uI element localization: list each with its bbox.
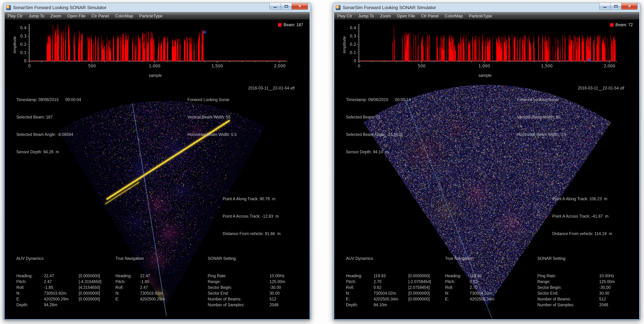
sensor-depth-text: Sensor Depth: 94.10 m	[346, 149, 411, 155]
point-a-across-track: Point A Across Track: -41.87 m	[552, 213, 612, 219]
legend-label: Beam: 72	[616, 23, 633, 27]
minimize-button[interactable]	[270, 3, 281, 10]
legend-color-swatch	[278, 23, 282, 27]
maximize-button[interactable]	[610, 3, 622, 10]
menu-item-ctr-panel[interactable]: Ctr Panel	[421, 14, 438, 19]
row-label: Heading:	[445, 273, 470, 279]
row-label: N:	[346, 290, 374, 296]
row-label: Roll:	[16, 285, 44, 290]
close-button[interactable]: ×	[621, 3, 638, 10]
menu-item-colormap[interactable]: ColorMap	[444, 14, 463, 19]
row-value: 119.93	[470, 273, 494, 279]
row-label: Range:	[537, 279, 599, 285]
timestamp-text: Timestamp: 09/06/2015 00:00:04	[16, 97, 81, 103]
row-extra	[408, 302, 431, 308]
menu-item-zoom[interactable]: Zoom	[380, 14, 391, 19]
sonar-setting-table: Ping Rate:10.00Hz Range:125.00m Sector B…	[537, 273, 615, 308]
row-value: 30.00	[270, 290, 285, 296]
timestamp-text: Timestamp: 09/06/2015 00:00:14	[346, 97, 411, 103]
file-name: 2016-03-11__22-01-54.xtf	[248, 85, 294, 91]
menu-bar: Play Ctr Jump To Zoom Open File Ctr Pane…	[334, 12, 639, 20]
row-label: Heading:	[16, 273, 44, 279]
point-a-across-track: Point A Across Track: -12.83 m	[223, 213, 280, 219]
window-content: Play Ctr Jump To Zoom Open File Ctr Pane…	[4, 12, 310, 319]
distance-from-vehicle: Distance From vehicle: 91.66 m	[223, 231, 280, 237]
row-value: -30.00	[270, 285, 285, 290]
row-value: 512	[599, 296, 615, 302]
menu-item-zoom[interactable]: Zoom	[50, 14, 61, 19]
window-title: SonarSim Forward Looking SONAR Simulator	[343, 5, 436, 10]
amplitude-plot-canvas[interactable]	[334, 20, 640, 79]
titlebar[interactable]: SonarSim Forward Looking SONAR Simulator…	[334, 3, 639, 12]
maximize-button[interactable]	[280, 3, 292, 10]
row-label: Ping Rate:	[208, 273, 270, 279]
true-navigation-table: Heading:22.47 Pitch:-1.85 Roll:2.47 N:73…	[116, 273, 165, 302]
row-label: Number of Beams:	[537, 296, 599, 302]
row-label: N:	[445, 290, 470, 296]
selected-beam-angle-text: Selected Beam Angle: -21.5625	[346, 132, 411, 137]
row-value: 22.47	[44, 273, 79, 279]
menu-item-jump-to[interactable]: Jump To	[358, 14, 374, 19]
row-label: Depth:	[16, 302, 44, 308]
selected-beam-text: Selected Beam: 187	[16, 114, 81, 120]
minimize-button[interactable]	[599, 3, 610, 10]
close-icon: ×	[298, 4, 301, 9]
row-label: Pitch:	[116, 279, 140, 285]
app-icon	[6, 5, 11, 10]
menu-item-play-ctr[interactable]: Play Ctr	[8, 14, 22, 19]
app-icon	[336, 5, 340, 10]
row-label: E:	[16, 296, 44, 302]
horizontal-beam-width-text: Horizontal Beam Width: 0.5	[188, 132, 237, 137]
sonar-display: Timestamp: 09/06/2015 00:00:04 Selected …	[5, 79, 310, 319]
amplitude-plot-canvas[interactable]	[5, 20, 310, 79]
menu-item-play-ctr[interactable]: Play Ctr	[337, 14, 352, 19]
row-value: 125.00m	[599, 279, 615, 285]
legend-label: Beam: 187	[284, 23, 303, 27]
chart-legend: Beam: 72	[610, 23, 633, 27]
menu-item-ctr-panel[interactable]: Ctr Panel	[91, 14, 109, 19]
selected-beam-angle-text: Selected Beam Angle: -8.08594	[16, 132, 81, 137]
row-label: Sector End:	[208, 290, 270, 296]
amplitude-chart: Amplitude sample Beam: 187	[5, 20, 310, 79]
row-value: 730503.92m	[44, 290, 79, 296]
row-value: 0.62	[374, 285, 408, 290]
row-label: Pitch:	[346, 279, 374, 285]
row-label: Pitch:	[445, 279, 470, 285]
row-label: Ping Rate:	[537, 273, 599, 279]
true-navigation-title: True Navigation	[445, 256, 494, 261]
vertical-beam-width-text: Vertical Beam Width: 55	[517, 114, 566, 120]
row-value: 4202500.34m	[470, 296, 494, 302]
close-button[interactable]: ×	[292, 3, 308, 10]
row-value: 125.00m	[270, 279, 285, 285]
menu-item-open-file[interactable]: Open File	[67, 14, 86, 19]
window-controls: ×	[270, 3, 308, 10]
row-extra: [0.0000000]	[79, 273, 102, 279]
menu-item-particletype[interactable]: ParticleType	[139, 14, 162, 19]
menu-item-particletype[interactable]: ParticleType	[469, 14, 492, 19]
point-a-along-track: Point A Along Track: 90.76 m	[223, 196, 280, 202]
menu-item-open-file[interactable]: Open File	[397, 14, 415, 19]
row-label: Roll:	[116, 285, 140, 290]
sonar-header: Forword Looking Sonar Vertical Beam Widt…	[517, 85, 566, 149]
true-navigation-title: True Navigation	[116, 256, 165, 261]
row-label: N:	[16, 290, 44, 296]
close-icon: ×	[628, 4, 631, 9]
true-navigation-panel: True Navigation Heading:22.47 Pitch:-1.8…	[116, 244, 165, 314]
row-value: 30.00	[599, 290, 615, 296]
row-value: 730503.92m	[140, 290, 165, 296]
file-name: 2016-03-11__22-01-54.xtf	[578, 85, 624, 91]
row-value: 730504.02m	[470, 290, 494, 296]
row-label: E:	[346, 296, 374, 302]
x-axis-label: sample	[149, 73, 162, 78]
row-value: 10.00Hz	[599, 273, 615, 279]
row-value: 4202500.34m	[374, 296, 408, 302]
row-value: 22.47	[140, 273, 165, 279]
menu-item-jump-to[interactable]: Jump To	[28, 14, 44, 19]
true-navigation-table: Heading:119.93 Pitch:0.62 Roll:2.70 N:73…	[445, 273, 494, 302]
row-value: 512	[270, 296, 285, 302]
sonar-setting-panel: SONAR Setting Ping Rate:10.00Hz Range:12…	[537, 244, 615, 319]
minimize-icon	[603, 7, 606, 8]
vertical-beam-width-text: Vertical Beam Width: 55	[188, 114, 237, 120]
menu-item-colormap[interactable]: ColorMap	[115, 14, 133, 19]
titlebar[interactable]: SonarSim Forward Looking SONAR Simulator…	[4, 3, 310, 12]
